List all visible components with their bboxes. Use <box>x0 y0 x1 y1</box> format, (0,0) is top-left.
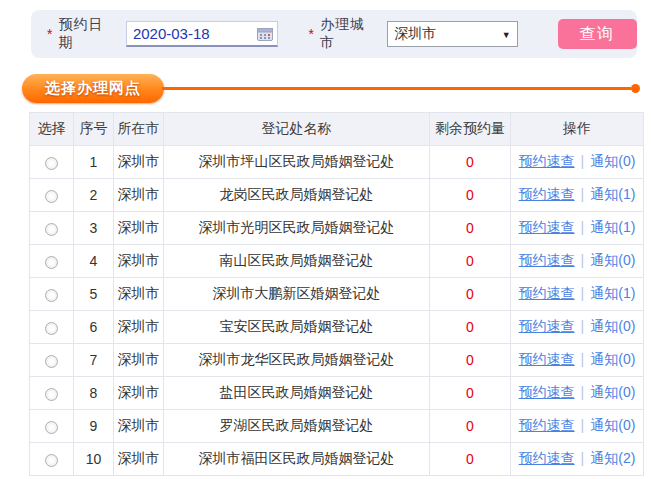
remaining-count: 0 <box>430 443 511 476</box>
remaining-count: 0 <box>430 377 511 410</box>
row-radio-button[interactable] <box>45 190 58 203</box>
ops-cell: 预约速查|通知(1) <box>511 278 644 311</box>
city-field-label: 办理城市 <box>320 16 377 52</box>
row-number: 8 <box>74 377 114 410</box>
notice-link[interactable]: 通知(0) <box>590 417 635 433</box>
row-number: 4 <box>74 245 114 278</box>
remaining-count: 0 <box>430 146 511 179</box>
remaining-count: 0 <box>430 212 511 245</box>
link-separator: | <box>581 285 585 301</box>
column-header-remaining: 剩余预约量 <box>430 113 511 146</box>
row-radio-button[interactable] <box>45 289 58 302</box>
select-cell <box>30 146 74 179</box>
link-separator: | <box>581 219 585 235</box>
quick-check-link[interactable]: 预约速查 <box>519 450 575 466</box>
row-radio-button[interactable] <box>45 421 58 434</box>
calendar-icon[interactable] <box>257 27 273 41</box>
column-header-ops: 操作 <box>511 113 644 146</box>
table-row: 1 深圳市 深圳市坪山区民政局婚姻登记处 0 预约速查|通知(0) <box>30 146 644 179</box>
registry-name: 南山区民政局婚姻登记处 <box>164 245 430 278</box>
ops-cell: 预约速查|通知(2) <box>511 443 644 476</box>
section-header: 选择办理网点 <box>22 74 640 103</box>
ops-cell: 预约速查|通知(0) <box>511 410 644 443</box>
quick-check-link[interactable]: 预约速查 <box>519 318 575 334</box>
quick-check-link[interactable]: 预约速查 <box>519 153 575 169</box>
section-divider-line <box>162 87 631 90</box>
required-asterisk: * <box>47 26 52 42</box>
registry-name: 深圳市光明区民政局婚姻登记处 <box>164 212 430 245</box>
remaining-count: 0 <box>430 311 511 344</box>
column-header-name: 登记处名称 <box>164 113 430 146</box>
row-city: 深圳市 <box>114 377 164 410</box>
date-input[interactable]: 2020-03-18 <box>126 21 279 47</box>
remaining-count: 0 <box>430 278 511 311</box>
registry-name: 深圳市福田区民政局婚姻登记处 <box>164 443 430 476</box>
link-separator: | <box>581 318 585 334</box>
row-radio-button[interactable] <box>45 256 58 269</box>
ops-cell: 预约速查|通知(0) <box>511 377 644 410</box>
row-radio-button[interactable] <box>45 223 58 236</box>
notice-link[interactable]: 通知(0) <box>590 252 635 268</box>
notice-link[interactable]: 通知(0) <box>590 384 635 400</box>
section-divider-dot <box>631 84 640 93</box>
select-cell <box>30 311 74 344</box>
select-cell <box>30 443 74 476</box>
row-number: 5 <box>74 278 114 311</box>
notice-link[interactable]: 通知(1) <box>590 285 635 301</box>
column-header-select: 选择 <box>30 113 74 146</box>
city-field: * 办理城市 深圳市 ▼ <box>308 16 517 52</box>
row-number: 9 <box>74 410 114 443</box>
city-select[interactable]: 深圳市 ▼ <box>387 21 517 47</box>
remaining-count: 0 <box>430 410 511 443</box>
link-separator: | <box>581 351 585 367</box>
row-radio-button[interactable] <box>45 388 58 401</box>
notice-link[interactable]: 通知(1) <box>590 219 635 235</box>
quick-check-link[interactable]: 预约速查 <box>519 285 575 301</box>
quick-check-link[interactable]: 预约速查 <box>519 186 575 202</box>
notice-link[interactable]: 通知(0) <box>590 351 635 367</box>
notice-link[interactable]: 通知(2) <box>590 450 635 466</box>
link-separator: | <box>581 186 585 202</box>
select-cell <box>30 410 74 443</box>
table-row: 8 深圳市 盐田区民政局婚姻登记处 0 预约速查|通知(0) <box>30 377 644 410</box>
registry-name: 罗湖区民政局婚姻登记处 <box>164 410 430 443</box>
quick-check-link[interactable]: 预约速查 <box>519 384 575 400</box>
registry-name: 盐田区民政局婚姻登记处 <box>164 377 430 410</box>
table-row: 3 深圳市 深圳市光明区民政局婚姻登记处 0 预约速查|通知(1) <box>30 212 644 245</box>
date-field-label: 预约日期 <box>58 16 115 52</box>
row-radio-button[interactable] <box>45 454 58 467</box>
link-separator: | <box>581 153 585 169</box>
quick-check-link[interactable]: 预约速查 <box>519 351 575 367</box>
row-radio-button[interactable] <box>45 157 58 170</box>
ops-cell: 预约速查|通知(1) <box>511 179 644 212</box>
select-cell <box>30 245 74 278</box>
link-separator: | <box>581 384 585 400</box>
row-number: 10 <box>74 443 114 476</box>
ops-cell: 预约速查|通知(0) <box>511 344 644 377</box>
row-number: 1 <box>74 146 114 179</box>
notice-link[interactable]: 通知(1) <box>590 186 635 202</box>
quick-check-link[interactable]: 预约速查 <box>519 219 575 235</box>
row-number: 2 <box>74 179 114 212</box>
notice-link[interactable]: 通知(0) <box>590 318 635 334</box>
ops-cell: 预约速查|通知(0) <box>511 146 644 179</box>
row-number: 6 <box>74 311 114 344</box>
link-separator: | <box>581 417 585 433</box>
table-row: 5 深圳市 深圳市大鹏新区婚姻登记处 0 预约速查|通知(1) <box>30 278 644 311</box>
chevron-down-icon: ▼ <box>502 30 511 40</box>
ops-cell: 预约速查|通知(1) <box>511 212 644 245</box>
table-row: 7 深圳市 深圳市龙华区民政局婚姻登记处 0 预约速查|通知(0) <box>30 344 644 377</box>
quick-check-link[interactable]: 预约速查 <box>519 417 575 433</box>
quick-check-link[interactable]: 预约速查 <box>519 252 575 268</box>
row-radio-button[interactable] <box>45 322 58 335</box>
row-city: 深圳市 <box>114 278 164 311</box>
row-radio-button[interactable] <box>45 355 58 368</box>
notice-link[interactable]: 通知(0) <box>590 153 635 169</box>
ops-cell: 预约速查|通知(0) <box>511 245 644 278</box>
link-separator: | <box>581 252 585 268</box>
registry-name: 深圳市龙华区民政局婚姻登记处 <box>164 344 430 377</box>
query-button[interactable]: 查询 <box>558 19 637 49</box>
select-cell <box>30 377 74 410</box>
row-city: 深圳市 <box>114 410 164 443</box>
row-city: 深圳市 <box>114 212 164 245</box>
